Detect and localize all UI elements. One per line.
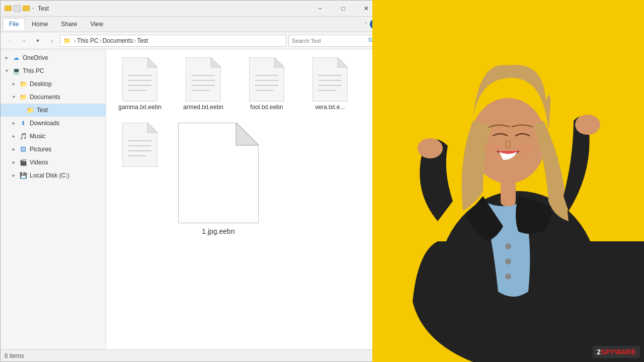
address-bar: ← → ▼ ↑ 📁 › This PC › Documents › Test 🔍 xyxy=(1,32,382,49)
sidebar-item-this-pc[interactable]: ▼ 💻 This PC xyxy=(1,64,106,77)
file-grid: gamma.txt.eebn armed.txt xyxy=(112,55,376,237)
search-box[interactable]: 🔍 xyxy=(288,35,379,47)
sidebar-label-onedrive: OneDrive xyxy=(23,54,48,61)
file-icon-jpg xyxy=(178,123,259,223)
title-icon-3 xyxy=(23,6,30,11)
address-path[interactable]: 📁 › This PC › Documents › Test xyxy=(60,35,286,47)
file-icon-fool xyxy=(249,57,284,102)
computer-icon: 💻 xyxy=(12,67,21,74)
path-sep-3: › xyxy=(134,37,136,44)
sidebar-item-videos[interactable]: ► 🎬 Videos xyxy=(1,156,106,169)
path-this-pc[interactable]: This PC xyxy=(77,37,99,44)
sidebar-label-videos: Videos xyxy=(30,159,48,166)
tab-share[interactable]: Share xyxy=(54,18,84,30)
onedrive-icon: ☁ xyxy=(12,54,21,61)
file-item-vera[interactable]: vera.txt.e... xyxy=(302,55,358,113)
file-icon-5 xyxy=(122,123,157,167)
sidebar-item-test[interactable]: 📁 Test xyxy=(1,104,106,117)
spyware-prefix: 2 xyxy=(597,348,601,356)
ribbon-tabs: File Home Share View ⌃ ? xyxy=(1,17,382,32)
file-item-5[interactable] xyxy=(112,121,168,237)
status-bar: 6 items xyxy=(1,349,382,361)
path-documents[interactable]: Documents xyxy=(103,37,133,44)
sidebar-label-this-pc: This PC xyxy=(23,67,44,74)
file-item-armed[interactable]: armed.txt.eebn xyxy=(176,55,231,113)
expand-arrow-desktop: ► xyxy=(12,81,19,86)
person-illustration xyxy=(372,0,644,362)
path-sep-2: › xyxy=(100,37,102,44)
title-separator xyxy=(32,8,34,9)
svg-point-37 xyxy=(575,115,600,135)
tab-home[interactable]: Home xyxy=(25,18,54,30)
expand-arrow-local-disk: ► xyxy=(12,173,19,178)
recent-button[interactable]: ▼ xyxy=(32,35,44,47)
svg-marker-7 xyxy=(211,57,221,67)
expand-arrow-videos: ► xyxy=(12,160,19,165)
up-button[interactable]: ↑ xyxy=(46,35,58,47)
music-icon: 🎵 xyxy=(19,133,28,140)
title-bar: Test − □ ✕ xyxy=(1,1,382,17)
test-folder-icon: 📁 xyxy=(26,107,35,114)
spyware-name: SPYWARE xyxy=(601,348,636,356)
path-test[interactable]: Test xyxy=(137,37,148,44)
ribbon: File Home Share View ⌃ ? xyxy=(1,17,382,32)
downloads-icon: ⬇ xyxy=(19,120,28,127)
svg-marker-13 xyxy=(274,57,284,67)
sidebar-item-documents[interactable]: ▼ 📁 Documents xyxy=(1,90,106,104)
file-icon-vera xyxy=(312,57,348,102)
file-item-fool[interactable]: fool.txt.eebn xyxy=(239,55,294,113)
sidebar-label-pictures: Pictures xyxy=(30,146,51,153)
title-bar-icons xyxy=(5,5,34,12)
svg-marker-31 xyxy=(236,123,259,145)
file-icon-gamma xyxy=(122,57,157,102)
title-icon-2 xyxy=(14,5,21,12)
pictures-icon: 🖼 xyxy=(19,146,28,153)
back-button[interactable]: ← xyxy=(4,35,16,47)
spyware-badge: 2SPYWARE xyxy=(593,346,640,358)
file-item-gamma[interactable]: gamma.txt.eebn xyxy=(112,55,168,113)
expand-arrow-onedrive: ► xyxy=(5,55,12,60)
file-icon-armed xyxy=(186,57,221,102)
sidebar: ► ☁ OneDrive ▼ 💻 This PC ► 📁 Desktop ▼ 📁… xyxy=(1,49,106,349)
explorer-window: Test − □ ✕ File Home Share View ⌃ ? ← → … xyxy=(0,0,382,362)
expand-arrow-downloads: ► xyxy=(12,121,19,126)
expand-arrow-this-pc: ▼ xyxy=(5,68,12,73)
sidebar-label-documents: Documents xyxy=(30,94,60,101)
sidebar-label-local-disk: Local Disk (C:) xyxy=(30,172,69,179)
ribbon-collapse-icon[interactable]: ⌃ xyxy=(364,22,368,27)
tab-view[interactable]: View xyxy=(84,18,110,30)
maximize-button[interactable]: □ xyxy=(332,1,355,17)
sidebar-item-pictures[interactable]: ► 🖼 Pictures xyxy=(1,143,106,156)
sidebar-item-downloads[interactable]: ► ⬇ Downloads xyxy=(1,117,106,130)
sidebar-label-downloads: Downloads xyxy=(30,120,59,127)
path-sep-1: › xyxy=(74,37,76,44)
sidebar-item-local-disk[interactable]: ► 💾 Local Disk (C:) xyxy=(1,169,106,182)
svg-point-39 xyxy=(518,144,533,152)
window-title: Test xyxy=(38,5,308,12)
svg-point-41 xyxy=(505,258,511,264)
sidebar-item-desktop[interactable]: ► 📁 Desktop xyxy=(1,77,106,90)
item-count: 6 items xyxy=(5,352,24,359)
svg-point-42 xyxy=(505,274,511,280)
sidebar-label-test: Test xyxy=(37,107,48,114)
sidebar-item-music[interactable]: ► 🎵 Music xyxy=(1,130,106,143)
file-label-gamma: gamma.txt.eebn xyxy=(118,104,162,111)
tab-file[interactable]: File xyxy=(3,18,25,30)
svg-point-36 xyxy=(418,138,443,158)
search-input[interactable] xyxy=(292,38,368,44)
file-label-fool: fool.txt.eebn xyxy=(250,104,283,111)
window-controls: − □ ✕ xyxy=(308,1,378,17)
file-label-vera: vera.txt.e... xyxy=(315,104,345,111)
sidebar-label-desktop: Desktop xyxy=(30,80,52,87)
title-icon-1 xyxy=(5,6,12,11)
svg-point-38 xyxy=(483,144,498,152)
documents-folder-icon: 📁 xyxy=(19,94,28,101)
file-item-jpg[interactable]: 1.jpg.eebn xyxy=(176,121,261,237)
file-area: gamma.txt.eebn armed.txt xyxy=(106,49,382,349)
svg-point-40 xyxy=(505,243,511,249)
content-area: ► ☁ OneDrive ▼ 💻 This PC ► 📁 Desktop ▼ 📁… xyxy=(1,49,382,349)
sidebar-item-onedrive[interactable]: ► ☁ OneDrive xyxy=(1,51,106,64)
forward-button[interactable]: → xyxy=(18,35,30,47)
expand-arrow-pictures: ► xyxy=(12,147,19,152)
minimize-button[interactable]: − xyxy=(308,1,332,17)
